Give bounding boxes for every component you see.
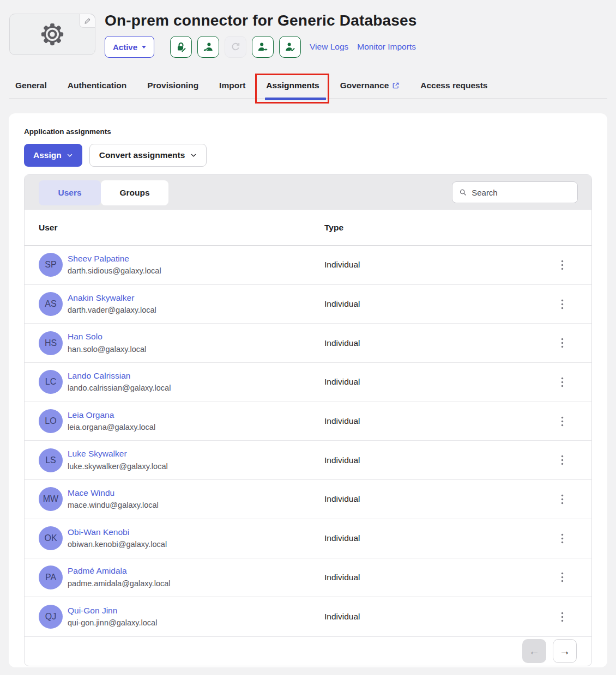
user-name-link[interactable]: Luke Skywalker: [68, 448, 168, 460]
tab-assignments[interactable]: Assignments: [266, 72, 319, 99]
table-header: User Type: [25, 210, 591, 246]
user-email: mace.windu@galaxy.local: [68, 499, 159, 512]
assignment-type: Individual: [324, 299, 533, 309]
avatar: LS: [39, 448, 63, 472]
section-label: Application assignments: [24, 127, 607, 136]
kebab-menu-icon: [561, 260, 564, 270]
assignment-type: Individual: [324, 455, 533, 465]
row-menu-button[interactable]: [557, 452, 568, 469]
user-name-link[interactable]: Han Solo: [68, 331, 146, 343]
table-row: LO Leia Organa leia.organa@galaxy.local …: [25, 402, 591, 441]
assignment-type: Individual: [324, 260, 533, 270]
pagination: ← →: [25, 636, 591, 666]
table-toolbar: Users Groups: [25, 175, 591, 210]
person-check-icon: [284, 41, 296, 53]
table-row: AS Anakin Skywalker darth.vader@galaxy.l…: [25, 285, 591, 324]
chevron-down-icon: [190, 152, 197, 159]
tab-provisioning[interactable]: Provisioning: [147, 72, 198, 99]
kebab-menu-icon: [561, 572, 564, 582]
kebab-menu-icon: [561, 377, 564, 387]
avatar-initials: OK: [44, 533, 57, 543]
user-email: darth.sidious@galaxy.local: [68, 265, 161, 277]
refresh-import-button[interactable]: [225, 36, 246, 58]
external-link-icon: [392, 82, 400, 89]
row-menu-button[interactable]: [557, 569, 568, 586]
table-row: OK Obi-Wan Kenobi obiwan.kenobi@galaxy.l…: [25, 519, 591, 558]
kebab-menu-icon: [561, 494, 564, 504]
user-table-body: SP Sheev Palpatine darth.sidious@galaxy.…: [25, 246, 591, 636]
user-name-link[interactable]: Qui-Gon Jinn: [68, 605, 157, 617]
avatar-initials: LO: [45, 416, 56, 426]
view-logs-link[interactable]: View Logs: [310, 42, 348, 52]
avatar: PA: [39, 565, 63, 589]
assignments-panel: Application assignments Assign Convert a…: [9, 113, 607, 667]
row-menu-button[interactable]: [557, 413, 568, 430]
user-name-link[interactable]: Sheev Palpatine: [68, 253, 161, 265]
row-menu-button[interactable]: [557, 609, 568, 625]
table-row: LS Luke Skywalker luke.skywalker@galaxy.…: [25, 441, 591, 480]
status-dropdown[interactable]: Active: [105, 36, 154, 58]
avatar: MW: [39, 487, 63, 511]
refresh-icon: [230, 41, 241, 53]
assignment-type: Individual: [324, 612, 533, 622]
caret-down-icon: [142, 46, 146, 48]
tab-authentication[interactable]: Authentication: [68, 72, 127, 99]
avatar-initials: HS: [45, 338, 57, 348]
tab-general[interactable]: General: [15, 72, 47, 99]
kebab-menu-icon: [561, 533, 564, 544]
person-arrow-left-icon: [202, 41, 214, 53]
assign-users-button[interactable]: [197, 36, 219, 58]
user-name-link[interactable]: Anakin Skywalker: [68, 292, 156, 305]
convert-assignments-button[interactable]: Convert assignments: [89, 144, 207, 167]
edit-logo-button[interactable]: [79, 14, 95, 28]
table-row: LC Lando Calrissian lando.calrissian@gal…: [25, 363, 591, 402]
row-menu-button[interactable]: [557, 530, 568, 547]
avatar-initials: LS: [45, 455, 56, 465]
assignment-type: Individual: [324, 338, 533, 348]
assign-button[interactable]: Assign: [24, 144, 82, 167]
avatar: AS: [39, 292, 63, 316]
assignment-type: Individual: [324, 377, 533, 387]
table-row: MW Mace Windu mace.windu@galaxy.local In…: [25, 480, 591, 519]
app-tab-bar: General Authentication Provisioning Impo…: [9, 72, 607, 99]
user-name-link[interactable]: Leia Organa: [68, 409, 155, 422]
user-name-link[interactable]: Padmé Amidala: [68, 565, 171, 577]
table-row: SP Sheev Palpatine darth.sidious@galaxy.…: [25, 246, 591, 285]
user-name-link[interactable]: Lando Calrissian: [68, 370, 171, 382]
avatar-initials: QJ: [45, 612, 56, 622]
previous-page-button[interactable]: ←: [522, 639, 546, 663]
search-box[interactable]: [452, 181, 578, 203]
view-tab-groups[interactable]: Groups: [101, 180, 168, 205]
row-menu-button[interactable]: [557, 296, 568, 313]
confirm-user-button[interactable]: [279, 36, 301, 58]
kebab-menu-icon: [561, 299, 564, 309]
avatar: SP: [39, 253, 63, 277]
search-input[interactable]: [472, 188, 571, 197]
user-name-link[interactable]: Mace Windu: [68, 487, 159, 500]
push-user-button[interactable]: [252, 36, 274, 58]
table-row: PA Padmé Amidala padme.amidala@galaxy.lo…: [25, 558, 591, 598]
next-page-button[interactable]: →: [553, 639, 577, 663]
lock-edit-icon: [175, 41, 187, 53]
avatar: HS: [39, 331, 63, 355]
tab-import[interactable]: Import: [219, 72, 245, 99]
row-menu-button[interactable]: [557, 491, 568, 508]
row-menu-button[interactable]: [557, 257, 568, 273]
user-email: darth.vader@galaxy.local: [68, 304, 156, 317]
tab-access-requests[interactable]: Access requests: [420, 72, 487, 99]
view-tab-users[interactable]: Users: [39, 180, 101, 205]
assignment-type: Individual: [324, 416, 533, 426]
row-menu-button[interactable]: [557, 374, 568, 391]
page-title: On-prem connector for Generic Databases: [105, 12, 417, 29]
user-name-link[interactable]: Obi-Wan Kenobi: [68, 526, 167, 539]
column-header-type: Type: [324, 223, 533, 233]
active-tab-underline: [265, 98, 325, 100]
app-header: On-prem connector for Generic Databases …: [0, 0, 616, 72]
assignment-type: Individual: [324, 573, 533, 582]
monitor-imports-link[interactable]: Monitor Imports: [357, 42, 416, 52]
row-menu-button[interactable]: [557, 335, 568, 351]
tab-governance[interactable]: Governance: [340, 72, 400, 99]
reset-passwords-button[interactable]: [170, 36, 192, 58]
kebab-menu-icon: [561, 455, 564, 465]
gear-icon: [40, 22, 65, 47]
